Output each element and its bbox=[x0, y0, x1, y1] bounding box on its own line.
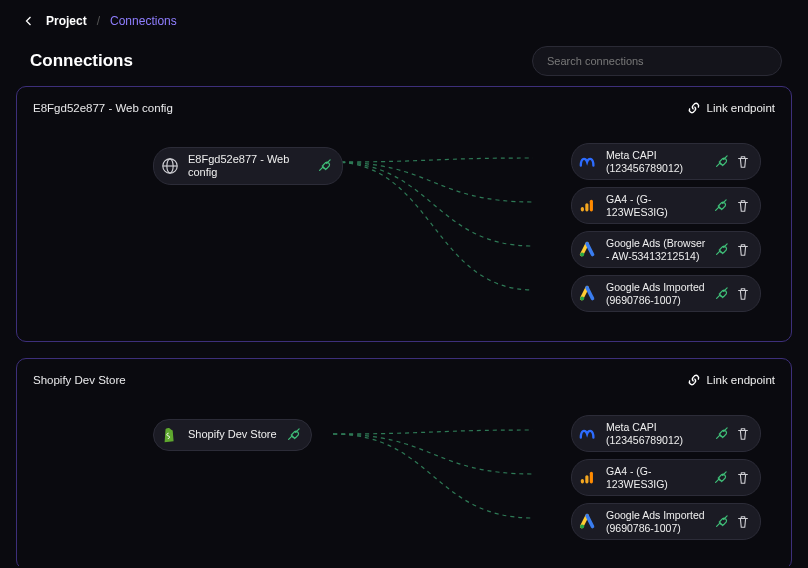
destination-node[interactable]: Google Ads Imported (9690786-1007) bbox=[571, 275, 761, 312]
source-node[interactable]: Shopify Dev Store bbox=[153, 419, 312, 451]
trash-icon[interactable] bbox=[735, 198, 750, 214]
source-label: Shopify Dev Store bbox=[188, 428, 277, 441]
connection-panel: Shopify Dev Store Link endpoint Shopify … bbox=[16, 358, 792, 566]
gads-icon bbox=[578, 512, 598, 532]
destination-node[interactable]: Google Ads Imported (9690786-1007) bbox=[571, 503, 761, 540]
destination-label: GA4 - (G-123WES3IG) bbox=[606, 465, 705, 490]
destination-label: Google Ads (Browser - AW-53413212514) bbox=[606, 237, 706, 262]
source-label: E8Fgd52e877 - Web config bbox=[188, 153, 308, 179]
destination-label: Meta CAPI (123456789012) bbox=[606, 421, 706, 446]
connection-panel: E8Fgd52e877 - Web config Link endpoint E… bbox=[16, 86, 792, 342]
trash-icon[interactable] bbox=[736, 426, 750, 442]
destination-label: Meta CAPI (123456789012) bbox=[606, 149, 706, 174]
destination-node[interactable]: GA4 - (G-123WES3IG) bbox=[571, 459, 761, 496]
panel-title: Shopify Dev Store bbox=[33, 374, 126, 386]
plug-icon[interactable] bbox=[713, 470, 728, 486]
source-node[interactable]: E8Fgd52e877 - Web config bbox=[153, 147, 343, 185]
plug-icon[interactable] bbox=[285, 427, 301, 443]
gads-icon bbox=[578, 240, 598, 260]
trash-icon[interactable] bbox=[735, 470, 750, 486]
plug-icon[interactable] bbox=[714, 154, 728, 170]
trash-icon[interactable] bbox=[736, 154, 750, 170]
plug-icon[interactable] bbox=[714, 286, 728, 302]
meta-icon bbox=[578, 152, 598, 172]
shopify-icon bbox=[160, 425, 180, 445]
panel-title: E8Fgd52e877 - Web config bbox=[33, 102, 173, 114]
trash-icon[interactable] bbox=[736, 514, 750, 530]
ga4-icon bbox=[578, 196, 598, 216]
back-icon[interactable] bbox=[22, 14, 36, 28]
destination-node[interactable]: GA4 - (G-123WES3IG) bbox=[571, 187, 761, 224]
link-endpoint-label: Link endpoint bbox=[707, 102, 775, 114]
gads-icon bbox=[578, 284, 598, 304]
breadcrumb-project[interactable]: Project bbox=[46, 14, 87, 28]
ga4-icon bbox=[578, 468, 598, 488]
plug-icon[interactable] bbox=[714, 514, 728, 530]
trash-icon[interactable] bbox=[736, 242, 750, 258]
plug-icon[interactable] bbox=[714, 242, 728, 258]
plug-icon[interactable] bbox=[316, 158, 332, 174]
link-endpoint-button[interactable]: Link endpoint bbox=[687, 373, 775, 387]
search-input[interactable] bbox=[532, 46, 782, 76]
globe-icon bbox=[160, 156, 180, 176]
destination-label: GA4 - (G-123WES3IG) bbox=[606, 193, 705, 218]
trash-icon[interactable] bbox=[736, 286, 750, 302]
destination-label: Google Ads Imported (9690786-1007) bbox=[606, 281, 706, 306]
breadcrumb: Project / Connections bbox=[0, 0, 808, 36]
link-endpoint-button[interactable]: Link endpoint bbox=[687, 101, 775, 115]
plug-icon[interactable] bbox=[713, 198, 728, 214]
meta-icon bbox=[578, 424, 598, 444]
link-endpoint-label: Link endpoint bbox=[707, 374, 775, 386]
destination-node[interactable]: Google Ads (Browser - AW-53413212514) bbox=[571, 231, 761, 268]
page-title: Connections bbox=[30, 51, 133, 71]
breadcrumb-separator: / bbox=[97, 14, 100, 28]
destination-node[interactable]: Meta CAPI (123456789012) bbox=[571, 415, 761, 452]
destination-label: Google Ads Imported (9690786-1007) bbox=[606, 509, 706, 534]
destination-node[interactable]: Meta CAPI (123456789012) bbox=[571, 143, 761, 180]
plug-icon[interactable] bbox=[714, 426, 728, 442]
breadcrumb-current: Connections bbox=[110, 14, 177, 28]
